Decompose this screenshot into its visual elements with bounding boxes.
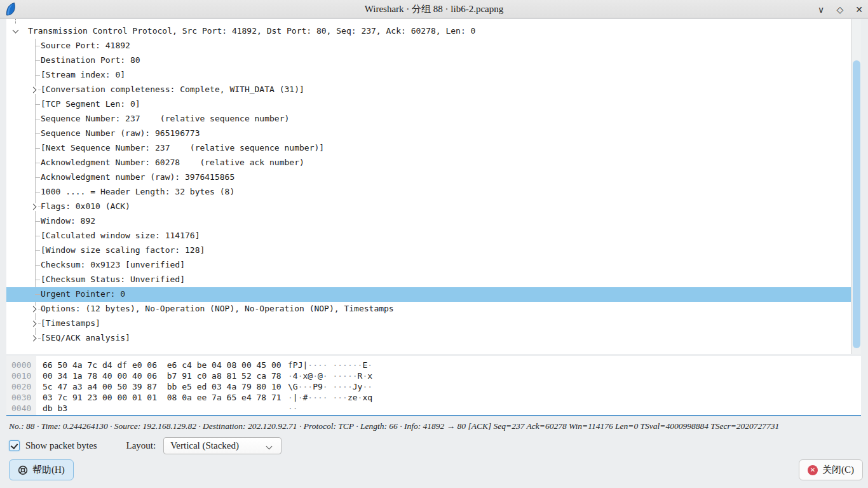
tree-item-label: [Next Sequence Number: 237 (relative seq… <box>41 143 324 152</box>
close-button-label: 关闭(C) <box>822 464 854 476</box>
tree-item[interactable]: Destination Port: 80 <box>6 53 851 68</box>
tree-item[interactable]: [Window size scaling factor: 128] <box>6 243 851 258</box>
show-packet-bytes-checkbox[interactable] <box>9 440 20 451</box>
hex-offset: 0000 <box>6 360 36 370</box>
chevron-down-icon <box>266 443 273 449</box>
tree-item[interactable]: [Calculated window size: 114176] <box>6 229 851 243</box>
tree-item-label: Sequence Number (raw): 965196773 <box>41 128 200 138</box>
tree-item-label: [Stream index: 0] <box>41 70 125 79</box>
tree-item[interactable]: [TCP Segment Len: 0] <box>6 97 851 112</box>
tree-item[interactable]: Source Port: 41892 <box>6 39 851 53</box>
tree-item[interactable]: Sequence Number: 237 (relative sequence … <box>6 112 851 126</box>
tree-item[interactable]: Transmission Control Protocol, Src Port:… <box>6 24 851 39</box>
layout-label: Layout: <box>126 440 156 451</box>
tree-guide-tick <box>35 177 40 178</box>
wireshark-logo-icon <box>5 2 18 16</box>
tree-guide-tick <box>35 280 40 280</box>
tree-guide-tick <box>35 75 40 76</box>
hex-ascii[interactable]: fPJ|···· ······E· <box>288 360 372 370</box>
hex-bytes[interactable]: 66 50 4a 7c d4 df e0 06 e6 c4 be 04 08 0… <box>36 360 288 370</box>
expand-icon[interactable] <box>30 86 37 94</box>
show-packet-bytes-label: Show packet bytes <box>25 440 97 451</box>
controls-row: Show packet bytes Layout: Vertical (Stac… <box>9 436 862 455</box>
tree-item-label: Acknowledgment Number: 60278 (relative a… <box>41 158 304 167</box>
tree-item-label: Sequence Number: 237 (relative sequence … <box>41 114 289 123</box>
tree-item-label: [Window size scaling factor: 128] <box>41 245 205 255</box>
close-window-icon[interactable]: ✕ <box>854 4 864 15</box>
tree-item-label: Transmission Control Protocol, Src Port:… <box>28 26 475 36</box>
tree-guide-tick <box>35 60 40 61</box>
tree-item-label: Acknowledgment number (raw): 3976415865 <box>41 172 234 182</box>
hex-ascii[interactable]: ·4·x@·@· ·····R·x <box>288 370 372 381</box>
tree-item-label: Flags: 0x010 (ACK) <box>41 201 130 211</box>
tree-guide-tick <box>35 294 40 295</box>
hex-ascii[interactable]: ·· <box>288 403 298 414</box>
close-button[interactable]: 关闭(C) <box>799 459 863 480</box>
tree-guide-tick <box>35 163 40 163</box>
hex-bytes[interactable]: 00 34 1a 78 40 00 40 06 b7 91 c0 a8 81 5… <box>36 370 288 381</box>
tree-item-label: Checksum: 0x9123 [unverified] <box>41 260 185 269</box>
tree-item[interactable]: [SEQ/ACK analysis] <box>6 331 851 346</box>
hex-row[interactable]: 0040db b3·· <box>6 403 861 414</box>
hex-ascii[interactable]: ·|·#···· ···ze·xq <box>288 392 372 403</box>
collapse-icon[interactable] <box>12 28 20 36</box>
help-button[interactable]: 帮助(H) <box>9 459 74 480</box>
tree-item[interactable]: Sequence Number (raw): 965196773 <box>6 126 851 141</box>
tree-item[interactable]: Urgent Pointer: 0 <box>6 287 851 302</box>
hex-offset: 0040 <box>6 403 36 414</box>
tree-item-label: Window: 892 <box>41 216 95 226</box>
minimize-icon[interactable]: ∨ <box>816 4 826 15</box>
hex-row[interactable]: 000066 50 4a 7c d4 df e0 06 e6 c4 be 04 … <box>6 360 861 370</box>
tree-item[interactable]: Options: (12 bytes), No-Operation (NOP),… <box>6 302 851 316</box>
tree-item[interactable]: [Conversation completeness: Complete, WI… <box>6 83 851 97</box>
expand-icon[interactable] <box>30 203 37 211</box>
tree-item-label: [Checksum Status: Unverified] <box>41 274 185 284</box>
hex-ascii[interactable]: \G···P9· ····Jy·· <box>288 381 372 392</box>
hex-row[interactable]: 003003 7c 91 23 00 00 01 01 08 0a ee 7a … <box>6 392 861 403</box>
packet-bytes-panel: 000066 50 4a 7c d4 df e0 06 e6 c4 be 04 … <box>6 356 861 416</box>
dialog-buttons-row: 帮助(H) 关闭(C) <box>5 459 863 482</box>
hex-bytes[interactable]: 5c 47 a3 a4 00 50 39 87 bb e5 ed 03 4a 7… <box>36 381 288 392</box>
chevron-glyph <box>31 336 37 342</box>
tree-item[interactable]: [Stream index: 0] <box>6 68 851 83</box>
expand-icon[interactable] <box>30 306 37 313</box>
tree-item-label: [TCP Segment Len: 0] <box>41 99 140 109</box>
hex-row[interactable]: 00205c 47 a3 a4 00 50 39 87 bb e5 ed 03 … <box>6 381 861 392</box>
tree-item[interactable]: 1000 .... = Header Length: 32 bytes (8) <box>6 185 851 200</box>
expand-icon[interactable] <box>30 335 37 342</box>
close-icon <box>808 465 818 475</box>
tree-guide-tick <box>35 119 40 119</box>
tree-scrollbar-thumb[interactable] <box>853 60 860 348</box>
tree-guide-tick <box>35 104 40 105</box>
tree-scrollbar[interactable] <box>851 19 861 354</box>
hex-offset: 0020 <box>6 381 36 392</box>
window-title: Wireshark · 分组 88 · lib6-2.pcapng <box>0 3 868 15</box>
tree-item[interactable]: Acknowledgment Number: 60278 (relative a… <box>6 156 851 170</box>
tree-item[interactable]: Checksum: 0x9123 [unverified] <box>6 258 851 273</box>
tree-item[interactable]: [Timestamps] <box>6 316 851 331</box>
chevron-glyph <box>31 321 37 327</box>
chevron-glyph <box>13 27 19 34</box>
tree-item-label: Options: (12 bytes), No-Operation (NOP),… <box>41 304 394 313</box>
maximize-icon[interactable]: ◇ <box>835 4 845 15</box>
hex-offset: 0030 <box>6 392 36 403</box>
hex-bytes[interactable]: 03 7c 91 23 00 00 01 01 08 0a ee 7a 65 e… <box>36 392 288 403</box>
tree-guide-tick <box>35 265 40 266</box>
tree-item[interactable]: Acknowledgment number (raw): 3976415865 <box>6 170 851 185</box>
hex-offset: 0010 <box>6 370 36 381</box>
tree-guide-tick <box>35 192 40 193</box>
tree-guide-tick <box>35 236 40 236</box>
tree-item-label: Source Port: 41892 <box>41 41 130 50</box>
tree-guide-tick <box>35 133 40 134</box>
tree-item[interactable]: Flags: 0x010 (ACK) <box>6 200 851 214</box>
hex-bytes[interactable]: db b3 <box>36 403 288 414</box>
tree-item[interactable]: [Checksum Status: Unverified] <box>6 273 851 287</box>
expand-icon[interactable] <box>30 320 37 328</box>
tree-item[interactable]: Window: 892 <box>6 214 851 229</box>
hex-row[interactable]: 001000 34 1a 78 40 00 40 06 b7 91 c0 a8 … <box>6 370 861 381</box>
tree-item[interactable]: [Next Sequence Number: 237 (relative seq… <box>6 141 851 156</box>
tree-guide-tick <box>35 221 40 222</box>
tree-item-label: Urgent Pointer: 0 <box>41 289 125 299</box>
layout-dropdown[interactable]: Vertical (Stacked) <box>163 437 281 454</box>
packet-summary-status: No.: 88 · Time: 0.244264130 · Source: 19… <box>9 420 862 433</box>
